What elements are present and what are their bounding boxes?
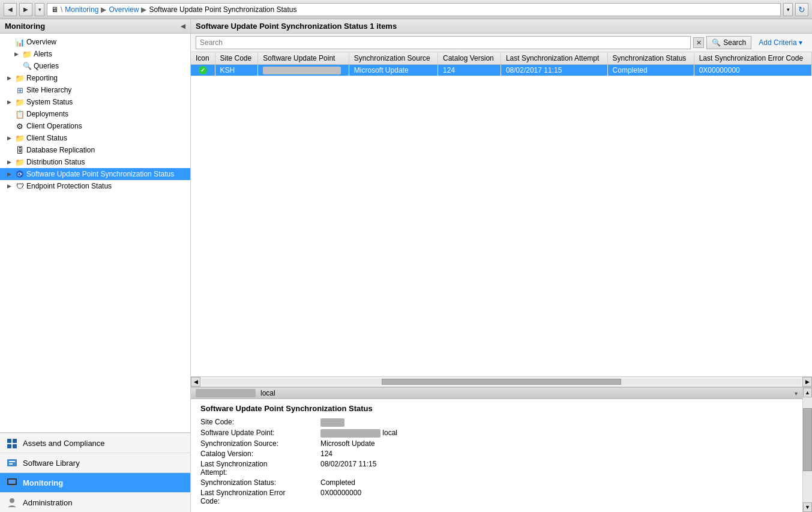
sidebar-item-sup-sync[interactable]: ▶ ⟳ Software Update Point Synchronizatio… <box>0 168 190 180</box>
v-scroll-down-button[interactable]: ▼ <box>803 502 812 512</box>
sidebar-item-deployments[interactable]: 📋 Deployments <box>0 108 190 120</box>
v-scroll-track[interactable] <box>803 397 812 502</box>
detail-error-code-value: 0X00000000 <box>320 489 361 505</box>
folder-icon: 📁 <box>15 97 25 107</box>
sidebar-item-label: Deployments <box>26 110 68 118</box>
sup-local-label: local <box>382 429 397 437</box>
forward-button[interactable]: ▶ <box>19 3 32 16</box>
detail-header-label: local <box>260 389 275 397</box>
site-hier-icon: ⊞ <box>15 85 25 95</box>
sidebar-item-label: Queries <box>34 62 59 70</box>
sidebar-item-label: Client Status <box>26 134 67 142</box>
redacted-site-code <box>320 418 344 427</box>
nav-item-assets[interactable]: Assets and Compliance <box>0 433 190 453</box>
col-sync-source[interactable]: Synchronization Source <box>349 52 438 65</box>
breadcrumb-icon: 🖥 <box>51 5 58 14</box>
nav-item-administration[interactable]: Administration <box>0 492 190 512</box>
col-icon[interactable]: Icon <box>191 52 215 65</box>
detail-collapse-icon: ▾ <box>795 390 798 397</box>
refresh-button[interactable]: ↻ <box>795 3 808 16</box>
sidebar-item-alerts[interactable]: ▶ 📁 Alerts <box>0 48 190 60</box>
svg-text:⟳: ⟳ <box>17 171 23 178</box>
row-last-sync-attempt: 08/02/2017 11:15 <box>501 65 607 76</box>
col-sync-status[interactable]: Synchronization Status <box>607 52 694 65</box>
col-last-sync-attempt[interactable]: Last Synchronization Attempt <box>501 52 607 65</box>
search-clear-button[interactable]: ✕ <box>693 37 704 48</box>
expand-icon <box>5 110 13 118</box>
sidebar-item-system-status[interactable]: ▶ 📁 System Status <box>0 96 190 108</box>
expand-icon: ▶ <box>5 134 13 142</box>
svg-rect-3 <box>13 439 17 443</box>
back-button[interactable]: ◀ <box>4 3 17 16</box>
nav-dropdown-button[interactable]: ▾ <box>35 3 44 16</box>
table-row[interactable]: KSH Microsoft Update 124 08/02/2017 11:1… <box>191 65 812 76</box>
svg-rect-2 <box>7 439 11 443</box>
breadcrumb-overview[interactable]: Overview <box>109 5 139 14</box>
sidebar-item-distribution-status[interactable]: ▶ 📁 Distribution Status <box>0 156 190 168</box>
breadcrumb-monitoring[interactable]: Monitoring <box>65 5 98 14</box>
expand-icon <box>5 146 13 154</box>
expand-icon: ▶ <box>5 98 13 106</box>
h-scroll-right-button[interactable]: ▶ <box>802 377 812 387</box>
nav-item-software-library[interactable]: Software Library <box>0 453 190 472</box>
detail-row-site-code: Site Code: <box>200 418 793 427</box>
detail-vertical-scrollbar: ▲ ▼ <box>802 388 812 512</box>
expand-icon: ▶ <box>5 170 13 178</box>
v-scroll-thumb[interactable] <box>803 408 812 471</box>
sidebar-item-database-replication[interactable]: 🗄 Database Replication <box>0 144 190 156</box>
search-button[interactable]: 🔍 Search <box>706 36 751 49</box>
table-header-row: Icon Site Code Software Update Point Syn… <box>191 52 812 65</box>
expand-icon <box>5 122 13 130</box>
search-input[interactable] <box>196 36 691 49</box>
main-table: Icon Site Code Software Update Point Syn… <box>191 52 812 76</box>
sidebar-item-overview[interactable]: 📊 Overview <box>0 36 190 48</box>
folder-icon: 📁 <box>22 49 32 59</box>
db-icon: 🗄 <box>15 145 25 155</box>
nav-label: Assets and Compliance <box>23 439 105 448</box>
queries-icon: 🔍 <box>22 61 32 71</box>
sync-icon: ⟳ <box>15 169 25 179</box>
row-icon-cell <box>191 65 215 76</box>
right-panel-header: Software Update Point Synchronization St… <box>191 19 812 34</box>
sidebar-item-client-status[interactable]: ▶ 📁 Client Status <box>0 132 190 144</box>
expand-icon <box>12 62 20 70</box>
detail-row-sync-source: Synchronization Source: Microsoft Update <box>200 439 793 448</box>
svg-rect-7 <box>9 461 15 462</box>
col-software-update-point[interactable]: Software Update Point <box>258 52 349 65</box>
detail-row-sync-status: Synchronization Status: Completed <box>200 478 793 487</box>
breadcrumb: 🖥 \ Monitoring ▶ Overview ▶ Software Upd… <box>47 3 781 16</box>
row-last-sync-error: 0X00000000 <box>694 65 811 76</box>
redacted-value <box>263 67 341 74</box>
row-software-update-point <box>258 65 349 76</box>
shield-icon: 🛡 <box>15 181 25 191</box>
detail-header[interactable]: local ▾ <box>191 388 802 399</box>
sidebar-item-reporting[interactable]: ▶ 📁 Reporting <box>0 72 190 84</box>
nav-item-monitoring[interactable]: Monitoring <box>0 472 190 492</box>
v-scroll-up-button[interactable]: ▲ <box>803 388 812 397</box>
sidebar-item-queries[interactable]: 🔍 Queries <box>0 60 190 72</box>
folder-icon: 📁 <box>15 157 25 167</box>
row-site-code: KSH <box>215 65 258 76</box>
sidebar-item-client-operations[interactable]: ⚙ Client Operations <box>0 120 190 132</box>
sidebar-header: Monitoring ◀ <box>0 19 190 34</box>
detail-sync-status-value: Completed <box>320 478 355 487</box>
breadcrumb-dropdown-button[interactable]: ▾ <box>783 3 793 16</box>
detail-catalog-version-value: 124 <box>320 450 332 458</box>
col-catalog-version[interactable]: Catalog Version <box>438 52 501 65</box>
add-criteria-button[interactable]: Add Criteria ▾ <box>754 37 807 48</box>
col-site-code[interactable]: Site Code <box>215 52 258 65</box>
svg-rect-5 <box>13 444 17 448</box>
sidebar-item-label: Database Replication <box>26 146 95 154</box>
h-scroll-track[interactable] <box>202 379 801 385</box>
svg-rect-8 <box>9 463 13 465</box>
sidebar-collapse-button[interactable]: ◀ <box>181 23 185 29</box>
sidebar-item-endpoint-protection[interactable]: ▶ 🛡 Endpoint Protection Status <box>0 180 190 192</box>
deploy-icon: 📋 <box>15 109 25 119</box>
h-scroll-thumb[interactable] <box>382 379 622 385</box>
status-icon-completed <box>199 66 207 74</box>
nav-label: Administration <box>23 498 72 507</box>
search-icon: 🔍 <box>712 38 721 47</box>
h-scroll-left-button[interactable]: ◀ <box>191 377 200 387</box>
col-last-sync-error[interactable]: Last Synchronization Error Code <box>694 52 811 65</box>
sidebar-item-site-hierarchy[interactable]: ⊞ Site Hierarchy <box>0 84 190 96</box>
